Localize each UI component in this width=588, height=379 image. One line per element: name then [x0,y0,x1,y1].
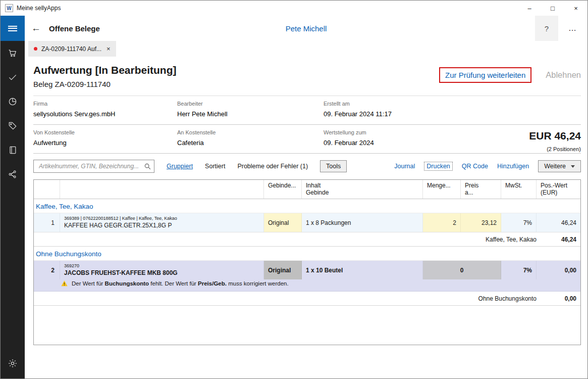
help-button[interactable]: ? [535,16,558,41]
group-header: Kaffee, Tee, Kakao [34,199,580,213]
row-warning: Der Wert für Buchungskonto fehlt. Der We… [34,279,580,291]
field-value: Herr Pete Michell [177,110,324,118]
document-total: EUR 46,24 [529,130,581,142]
window-title: Meine sellyApps [17,5,61,12]
wert-cell: 46,24 [537,213,580,232]
column-header-inhalt[interactable]: InhaltGebinde [302,180,423,199]
app-header: ← Offene Belege Pete Michell ? … [25,16,587,41]
mwst-cell: 7% [501,213,537,232]
tab-bar: ZA-0209-111740 Auf... × [25,41,587,57]
article-cell: 369270 JACOBS FRUEHST-KAFFEE MKB 800G [60,261,264,279]
field-von-kostenstelle: Von Kostenstelle Aufwertung [33,129,177,147]
field-label: Von Kostenstelle [33,129,177,135]
preis-cell[interactable]: 23,12 [461,213,501,232]
back-arrow-icon[interactable]: ← [31,23,41,34]
column-header-preis[interactable]: Preisa... [461,180,501,199]
qr-code-link[interactable]: QR Code [462,163,488,170]
modified-indicator-dot [34,47,37,51]
table-row-selected[interactable]: 2 369270 JACOBS FRUEHST-KAFFEE MKB 800G … [34,261,580,292]
sidebar-item-share[interactable] [1,162,25,186]
field-value: Aufwertung [33,139,177,147]
field-value: 09. Februar 2024 11:17 [324,110,581,118]
inhalt-cell: 1 x 8 Packungen [302,213,423,232]
hamburger-menu-button[interactable] [1,16,25,41]
column-header-wert[interactable]: Pos.-Wert(EUR) [537,180,580,199]
column-header-mwst[interactable]: MwSt. [501,180,537,199]
sidebar-item-reports[interactable] [1,89,25,114]
article-cell: 369389 | 07622200188512 | Kaffee | Kaffe… [60,213,264,232]
field-erstellt-am: Erstellt am 09. Februar 2024 11:17 [324,101,581,118]
tag-icon [8,121,18,131]
wert-cell: 0,00 [537,261,580,279]
print-link[interactable]: Drucken [424,162,453,171]
table-header-row: Gebinde... InhaltGebinde Menge... Preisa… [34,180,580,199]
column-header-menge[interactable]: Menge... [423,180,461,199]
sidebar-item-cart[interactable] [1,41,25,65]
more-dropdown-label: Weitere [544,163,566,170]
subtotal-value: 0,00 [537,295,580,302]
reject-button[interactable]: Ablehnen [546,70,581,80]
problems-filter[interactable]: Probleme oder Fehler (1) [237,163,308,170]
article-name: KAFFEE HAG GEGR.GETR.25X1,8G P [64,222,259,229]
group-subtotal-row: Ohne Buchungskonto 0,00 [34,292,580,306]
sidebar-item-settings[interactable] [1,351,25,375]
field-value: sellysolutions Serv.ges.mbH [33,110,177,118]
table-row[interactable]: 1 369389 | 07622200188512 | Kaffee | Kaf… [34,213,580,232]
more-options-button[interactable]: … [558,24,587,33]
document-info: Firma sellysolutions Serv.ges.mbH Bearbe… [33,96,581,154]
tools-button[interactable]: Tools [320,160,347,172]
page-title: Offene Belege [49,24,100,33]
field-label: Firma [33,101,177,107]
sidebar-item-prices[interactable] [1,114,25,138]
forward-for-review-button[interactable]: Zur Prüfung weiterleiten [439,67,531,83]
column-header [34,180,60,199]
mwst-cell: 7% [501,261,537,279]
check-icon [8,72,18,82]
field-value: Cafeteria [177,139,324,147]
field-bearbeiter: Bearbeiter Herr Pete Michell [177,101,324,118]
search-input[interactable] [38,162,144,170]
article-meta: 369270 [64,263,259,269]
grouped-toggle[interactable]: Gruppiert [167,163,193,170]
subtotal-label: Kaffee, Tee, Kakao [34,236,537,243]
minimize-button[interactable]: – [518,1,541,16]
inhalt-cell: 1 x 10 Beutel [302,261,423,279]
search-icon [144,163,151,170]
article-meta: 369389 | 07622200188512 | Kaffee | Kaffe… [64,215,259,221]
row-number: 2 [34,261,60,279]
menge-preis-cell[interactable]: 0 [423,261,501,279]
close-button[interactable]: × [564,1,587,16]
field-label: Bearbeiter [177,101,324,107]
gebinde-cell[interactable]: Original [264,213,302,232]
field-an-kostenstelle: An Kostenstelle Cafeteria [177,129,324,147]
column-header [60,180,264,199]
tab-close-icon[interactable]: × [106,45,111,53]
sidebar-item-journal[interactable] [1,138,25,162]
column-header-gebinde[interactable]: Gebinde... [264,180,302,199]
pie-chart-icon [8,97,18,107]
toolbar: Gruppiert Sortiert Probleme oder Fehler … [33,160,581,173]
sidebar [1,16,25,378]
sidebar-item-tasks[interactable] [1,65,25,89]
gebinde-cell[interactable]: Original [264,261,302,279]
more-dropdown-button[interactable]: Weitere [538,160,581,172]
field-label: An Kostenstelle [177,129,324,135]
user-button[interactable]: Pete Michell [286,24,327,33]
search-box [33,160,154,173]
warning-text: Der Wert für Buchungskonto fehlt. Der We… [72,280,289,287]
document-tab[interactable]: ZA-0209-111740 Auf... × [28,41,116,57]
group-subtotal-row: Kaffee, Tee, Kakao 46,24 [34,232,580,247]
positions-table: Gebinde... InhaltGebinde Menge... Preisa… [33,179,581,345]
share-icon [8,169,18,179]
group-header: Ohne Buchungskonto [34,247,580,261]
add-link[interactable]: Hinzufügen [497,163,529,170]
hamburger-icon [8,24,17,32]
maximize-button[interactable]: □ [541,1,564,16]
warning-icon [61,280,68,287]
row-number: 1 [34,213,60,232]
menge-cell[interactable]: 2 [423,213,461,232]
field-label: Erstellt am [324,101,581,107]
tab-label: ZA-0209-111740 Auf... [41,45,101,53]
journal-link[interactable]: Journal [394,163,415,170]
sorted-toggle[interactable]: Sortiert [205,163,225,170]
